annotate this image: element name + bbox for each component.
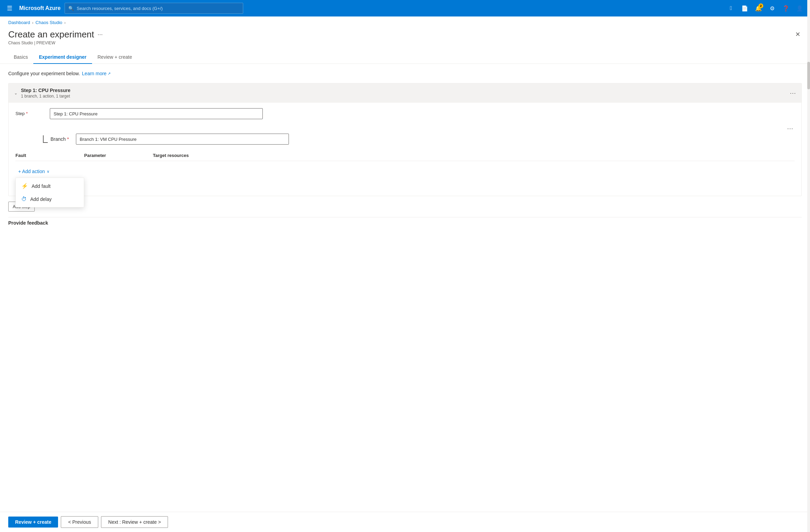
azure-logo: Microsoft Azure — [19, 5, 60, 11]
breadcrumb: Dashboard › Chaos Studio › — [0, 16, 810, 26]
add-action-label: + Add action — [18, 169, 45, 174]
add-action-chevron-icon: ∨ — [47, 169, 49, 174]
main-content: Configure your experiment below. Learn m… — [0, 64, 810, 524]
add-action-button[interactable]: + Add action ∨ — [15, 167, 52, 176]
search-icon: 🔍 — [68, 6, 74, 11]
branch-connector — [43, 135, 48, 143]
previous-button[interactable]: < Previous — [61, 516, 98, 524]
branch-input[interactable] — [76, 134, 289, 145]
step-required-star: * — [26, 111, 28, 116]
branch-menu-icon[interactable]: ⋯ — [787, 125, 793, 132]
page-title-block: Create an experiment ··· Chaos Studio | … — [8, 29, 794, 45]
add-fault-label: Add fault — [32, 183, 50, 189]
parameter-col-header: Parameter — [84, 153, 153, 158]
branch-field-row: Branch * — [43, 134, 795, 145]
account-icon[interactable]: 👤 — [794, 2, 806, 14]
tab-basics[interactable]: Basics — [8, 51, 33, 64]
branch-menu-row: ⋯ — [43, 125, 795, 132]
add-delay-item[interactable]: ⏱ Add delay — [16, 193, 84, 206]
branch-row-wrapper: ⋯ Branch * — [15, 125, 795, 145]
review-create-button[interactable]: Review + create — [8, 517, 58, 524]
add-action-row: + Add action ∨ ⚡ Add fault ⏱ Add delay — [15, 161, 795, 176]
step-card-subtitle: 1 branch, 1 action, 1 target — [21, 94, 786, 99]
step-input-container — [50, 108, 263, 119]
configure-text: Configure your experiment below. Learn m… — [8, 71, 802, 76]
directory-icon[interactable]: 📄 — [739, 2, 751, 14]
page-title: Create an experiment ··· — [8, 29, 794, 40]
search-bar[interactable]: 🔍 Search resources, services, and docs (… — [65, 3, 243, 14]
hamburger-icon[interactable]: ☰ — [4, 3, 15, 13]
topbar: ☰ Microsoft Azure 🔍 Search resources, se… — [0, 0, 810, 16]
step-card-header[interactable]: ⌄ Step 1: CPU Pressure 1 branch, 1 actio… — [9, 83, 801, 103]
step-field-row: Step * — [15, 108, 795, 119]
notification-badge: 2 — [758, 3, 763, 8]
provide-feedback: Provide feedback — [8, 217, 802, 226]
search-placeholder: Search resources, services, and docs (G+… — [77, 6, 162, 11]
breadcrumb-sep-1: › — [32, 21, 34, 25]
page-subtitle: Chaos Studio | PREVIEW — [8, 41, 794, 45]
tab-experiment-designer[interactable]: Experiment designer — [33, 51, 92, 64]
breadcrumb-dashboard[interactable]: Dashboard — [8, 20, 30, 25]
settings-icon[interactable]: ⚙ — [766, 2, 778, 14]
bottom-bar: Review + create < Previous Next : Review… — [0, 512, 810, 524]
help-icon[interactable]: ❓ — [780, 2, 792, 14]
learn-more-link[interactable]: Learn more ↗ — [82, 71, 111, 76]
fault-col-header: Fault — [15, 153, 84, 158]
step-chevron-icon: ⌄ — [14, 91, 18, 95]
branch-input-container — [76, 134, 289, 145]
cloud-shell-icon[interactable]:  — [725, 2, 737, 14]
add-action-dropdown: ⚡ Add fault ⏱ Add delay — [15, 178, 84, 207]
topbar-icons:  📄 🔔 2 ⚙ ❓ 👤 — [725, 2, 806, 14]
step-label: Step * — [15, 108, 43, 116]
target-col-header: Target resources — [153, 153, 222, 158]
next-button[interactable]: Next : Review + create > — [101, 516, 168, 524]
page-header: Create an experiment ··· Chaos Studio | … — [0, 26, 810, 45]
step-card-menu-icon[interactable]: ⋯ — [790, 89, 796, 97]
breadcrumb-chaos-studio[interactable]: Chaos Studio — [35, 20, 62, 25]
breadcrumb-sep-2: › — [64, 21, 66, 25]
branch-label: Branch * — [43, 135, 70, 143]
page-title-dots[interactable]: ··· — [98, 31, 103, 38]
tab-review-create[interactable]: Review + create — [92, 51, 138, 64]
add-delay-label: Add delay — [30, 196, 52, 202]
branch-content: ⋯ Branch * — [43, 125, 795, 145]
tabs: Basics Experiment designer Review + crea… — [0, 51, 810, 64]
step-card: ⌄ Step 1: CPU Pressure 1 branch, 1 actio… — [8, 83, 802, 196]
close-icon[interactable]: ✕ — [794, 29, 802, 39]
notifications-icon[interactable]: 🔔 2 — [752, 2, 765, 14]
step-input[interactable] — [50, 108, 263, 119]
add-fault-item[interactable]: ⚡ Add fault — [16, 179, 84, 193]
external-link-icon: ↗ — [108, 71, 111, 76]
right-scrollbar — [807, 0, 810, 524]
branch-required-star: * — [67, 136, 69, 142]
step-card-title-block: Step 1: CPU Pressure 1 branch, 1 action,… — [21, 88, 786, 99]
fault-icon: ⚡ — [21, 183, 28, 189]
step-body: Step * ⋯ — [9, 103, 801, 196]
fault-table-header: Fault Parameter Target resources — [15, 150, 795, 161]
delay-icon: ⏱ — [21, 196, 27, 202]
scrollbar-thumb — [807, 62, 810, 89]
step-card-title: Step 1: CPU Pressure — [21, 88, 786, 93]
